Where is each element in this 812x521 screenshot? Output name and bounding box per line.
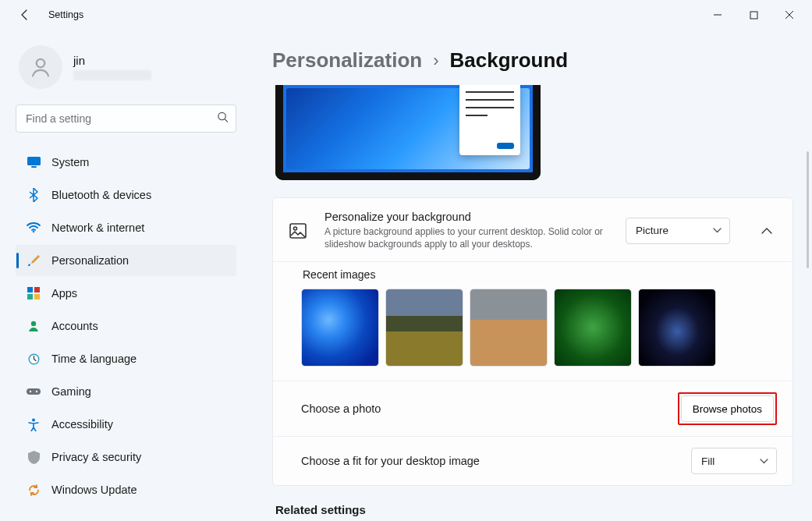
recent-label: Recent images xyxy=(303,268,777,281)
highlight-annotation: Browse photos xyxy=(678,392,777,425)
nav-item-time[interactable]: Time & language xyxy=(16,343,236,374)
paintbrush-icon xyxy=(27,253,41,268)
scrollbar[interactable] xyxy=(807,151,809,268)
svg-point-19 xyxy=(36,391,37,392)
gamepad-icon xyxy=(27,385,41,399)
window-minimize-button[interactable] xyxy=(700,3,736,27)
personalize-title: Personalize your background xyxy=(324,211,610,223)
background-settings-card: Personalize your background A picture ba… xyxy=(272,197,793,486)
background-type-select[interactable]: Picture xyxy=(626,218,730,244)
svg-point-4 xyxy=(37,59,45,68)
nav-list: System Bluetooth & devices Network & int… xyxy=(16,147,236,505)
nav-label: Time & language xyxy=(51,353,137,365)
nav-label: Bluetooth & devices xyxy=(51,189,151,201)
choose-photo-row: Choose a photo Browse photos xyxy=(273,381,792,436)
nav-item-gaming[interactable]: Gaming xyxy=(16,376,236,407)
collapse-section-button[interactable] xyxy=(757,228,777,234)
nav-label: Gaming xyxy=(51,385,91,398)
chevron-down-icon xyxy=(713,228,722,233)
breadcrumb: Personalization › Background xyxy=(272,48,793,73)
nav-label: Accessibility xyxy=(51,418,113,431)
nav-label: Privacy & security xyxy=(51,451,141,463)
svg-rect-13 xyxy=(34,294,40,299)
recent-image-thumb[interactable] xyxy=(301,289,379,367)
svg-point-20 xyxy=(32,418,35,421)
recent-image-thumb[interactable] xyxy=(554,289,632,367)
nav-item-privacy[interactable]: Privacy & security xyxy=(16,441,236,473)
background-preview xyxy=(275,85,541,180)
nav-label: Windows Update xyxy=(51,484,137,496)
recent-image-thumb[interactable] xyxy=(638,289,716,367)
choose-fit-label: Choose a fit for your desktop image xyxy=(301,455,480,467)
page-title: Background xyxy=(449,48,568,73)
update-icon xyxy=(27,483,41,497)
preview-window-mock xyxy=(459,85,520,155)
nav-item-apps[interactable]: Apps xyxy=(16,278,236,309)
nav-item-personalization[interactable]: Personalization xyxy=(16,245,236,276)
nav-label: Accounts xyxy=(51,320,98,332)
nav-label: Apps xyxy=(51,287,77,299)
choose-photo-label: Choose a photo xyxy=(301,402,381,415)
system-icon xyxy=(27,155,41,169)
select-value: Fill xyxy=(701,455,714,467)
recent-image-thumb[interactable] xyxy=(470,289,548,367)
search-icon xyxy=(217,112,229,126)
nav-item-accessibility[interactable]: Accessibility xyxy=(16,409,236,440)
fit-select[interactable]: Fill xyxy=(691,448,777,474)
svg-rect-1 xyxy=(750,12,757,19)
svg-rect-7 xyxy=(27,157,41,165)
window-close-button[interactable] xyxy=(771,3,807,27)
related-settings-heading: Related settings xyxy=(275,503,793,516)
svg-line-6 xyxy=(225,119,227,122)
recent-image-thumb[interactable] xyxy=(385,289,463,367)
nav-item-accounts[interactable]: Accounts xyxy=(16,310,236,342)
app-name: Settings xyxy=(48,9,83,20)
breadcrumb-parent[interactable]: Personalization xyxy=(272,48,422,73)
apps-icon xyxy=(27,286,41,300)
search-box[interactable] xyxy=(16,105,236,133)
svg-point-5 xyxy=(218,112,225,119)
back-button[interactable] xyxy=(16,5,34,24)
nav-item-network[interactable]: Network & internet xyxy=(16,212,236,243)
nav-label: Network & internet xyxy=(51,222,144,234)
recent-images-section: Recent images xyxy=(273,261,792,381)
nav-label: Personalization xyxy=(51,254,129,267)
svg-rect-11 xyxy=(34,287,40,292)
shield-icon xyxy=(27,450,41,464)
window-maximize-button[interactable] xyxy=(736,3,771,27)
svg-point-14 xyxy=(31,321,36,326)
profile-name: jin xyxy=(73,54,151,67)
browse-photos-button[interactable]: Browse photos xyxy=(681,395,774,422)
sidebar: jin System Bluetooth & devices Network &… xyxy=(0,30,246,521)
profile-email-redacted xyxy=(73,70,151,80)
avatar xyxy=(19,45,62,89)
svg-rect-10 xyxy=(27,287,33,292)
titlebar: Settings xyxy=(0,0,812,30)
nav-item-update[interactable]: Windows Update xyxy=(16,474,236,505)
person-icon xyxy=(27,319,41,333)
bluetooth-icon xyxy=(27,188,41,202)
svg-point-18 xyxy=(30,391,31,392)
personalize-desc: A picture background applies to your cur… xyxy=(324,225,610,250)
picture-icon xyxy=(287,220,309,242)
personalize-header: Personalize your background A picture ba… xyxy=(273,198,792,261)
nav-label: System xyxy=(51,156,89,168)
nav-item-system[interactable]: System xyxy=(16,147,236,178)
search-input[interactable] xyxy=(16,105,236,133)
svg-rect-8 xyxy=(31,166,37,168)
chevron-down-icon xyxy=(760,459,768,464)
wifi-icon xyxy=(27,221,41,235)
select-value: Picture xyxy=(636,225,668,236)
nav-item-bluetooth[interactable]: Bluetooth & devices xyxy=(16,179,236,211)
main-content: Personalization › Background Personalize… xyxy=(246,30,812,521)
choose-fit-row: Choose a fit for your desktop image Fill xyxy=(273,436,792,485)
button-label: Browse photos xyxy=(693,403,762,415)
svg-rect-12 xyxy=(27,294,33,299)
chevron-right-icon: › xyxy=(433,51,438,71)
profile-block[interactable]: jin xyxy=(16,45,236,89)
svg-point-9 xyxy=(33,231,35,233)
svg-point-22 xyxy=(294,227,297,230)
svg-rect-17 xyxy=(27,388,41,395)
accessibility-icon xyxy=(27,417,41,431)
clock-icon xyxy=(27,352,41,366)
